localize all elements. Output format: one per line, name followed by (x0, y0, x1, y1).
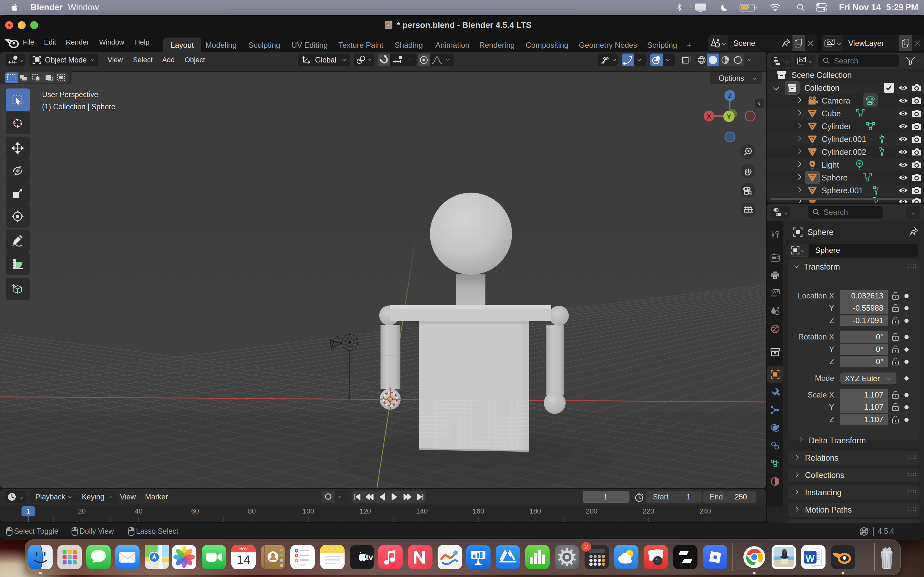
svg-text:W: W (806, 553, 815, 564)
svg-text:Z: Z (728, 92, 732, 99)
svg-text:NOV: NOV (239, 547, 248, 551)
svg-text:Y: Y (727, 113, 731, 120)
svg-text:tv: tv (366, 552, 373, 562)
svg-text:X: X (707, 113, 711, 120)
svg-text:14: 14 (237, 553, 250, 567)
